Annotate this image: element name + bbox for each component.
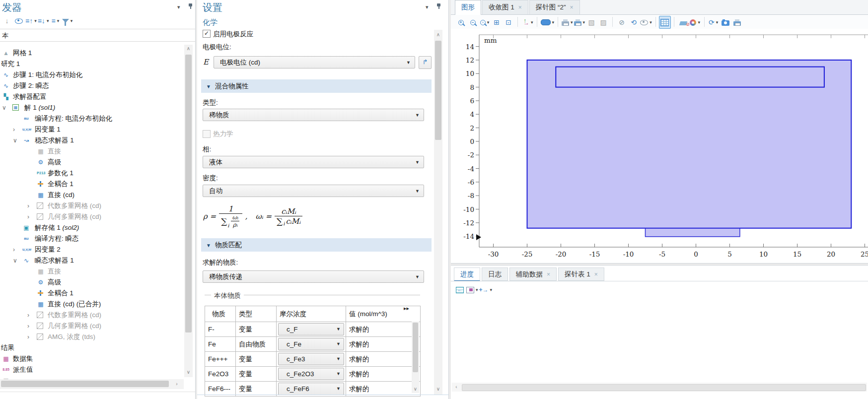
reset-hiding-button[interactable]: ⟲ [628, 16, 640, 29]
scene-appearance-button[interactable]: ▾ [540, 16, 555, 29]
show-grid-button[interactable] [659, 16, 671, 29]
tree-item-研究 1[interactable]: 研究 1 [0, 59, 183, 69]
tree-item-瞬态求解器 1[interactable]: ∨∿瞬态求解器 1 [0, 255, 183, 266]
tree-item-编译方程: 瞬态[interactable]: au编译方程: 瞬态 [0, 233, 183, 244]
zoom-selected-button[interactable]: ⊡ [503, 16, 514, 29]
expander-open-icon[interactable]: ∨ [2, 102, 6, 113]
print-preview-button[interactable]: ▾ [561, 16, 574, 29]
dropdown-caret-icon[interactable]: ▾ [698, 20, 700, 25]
tree-vertical-scrollbar[interactable]: ∧ ∨ [184, 45, 193, 377]
dropdown-caret-icon[interactable]: ▾ [650, 20, 652, 25]
table-pane-icon[interactable]: ▶▶ [404, 307, 409, 311]
snapshot-button[interactable] [720, 16, 731, 29]
concentration-select[interactable]: c_Fe▼ [278, 338, 344, 350]
print-button[interactable] [731, 16, 743, 29]
expander-closed-icon[interactable]: › [27, 321, 29, 332]
geometry-plot[interactable]: 14121086420-2-4-6-8-10-12-14-30-25-20-15… [451, 29, 868, 263]
dropdown-caret-icon[interactable]: ▾ [571, 20, 573, 25]
expander-closed-icon[interactable]: › [13, 244, 15, 255]
electrode-potential-select[interactable]: 电极电位 (cd) ▼ [214, 56, 415, 68]
dropdown-caret-icon[interactable]: ▾ [476, 287, 478, 292]
progress-horizontal-scrollbar[interactable]: ‹ [452, 383, 867, 392]
tab-探针图 “2”[interactable]: 探针图 “2”× [529, 0, 580, 14]
type-select[interactable]: 稀物质 ▼ [203, 109, 424, 121]
tab-图形[interactable]: 图形 [455, 0, 481, 15]
progress-window-button[interactable]: ▾ [466, 283, 479, 296]
zoom-in-button[interactable]: + [455, 16, 467, 29]
color-palette-button[interactable]: ▾ [689, 16, 701, 29]
tree-item-数据集[interactable]: ▦数据集 [0, 353, 183, 364]
tree-item-编译方程: 电流分布初始化[interactable]: au编译方程: 电流分布初始化 [0, 113, 183, 124]
expander-closed-icon[interactable]: › [27, 310, 29, 321]
tree-item-高级[interactable]: ⚙高级 [0, 157, 183, 168]
scroll-up-icon[interactable]: ∧ [434, 32, 442, 37]
tree-item-代数多重网格 (cd)[interactable]: ›代数多重网格 (cd) [0, 200, 183, 211]
tree-item-几何多重网格 (cd)[interactable]: ›几何多重网格 (cd) [0, 321, 183, 332]
close-icon[interactable]: × [570, 4, 574, 11]
section-mixture-properties[interactable]: ▼混合物属性 [201, 79, 432, 93]
scroll-down-icon[interactable]: ∨ [184, 369, 193, 375]
electrolyte-domain[interactable] [527, 60, 852, 228]
hide-selected-button[interactable]: ⊘ [616, 16, 628, 29]
tree-item-结果[interactable]: 结果 [0, 342, 183, 353]
zoom-box-button[interactable]: ▫▾ [479, 16, 491, 29]
tab-收敛图 1[interactable]: 收敛图 1× [482, 0, 528, 14]
enable-electrode-reaction-checkbox[interactable]: ✓ [203, 30, 211, 38]
dropdown-caret-icon[interactable]: ▾ [552, 20, 555, 25]
progress-table-button[interactable] [454, 283, 466, 296]
expander-closed-icon[interactable]: › [13, 124, 15, 135]
scroll-left-icon[interactable]: ‹ [453, 384, 460, 390]
go-to-source-button[interactable]: ↱ [419, 56, 432, 69]
scrollbar-thumb[interactable] [185, 55, 192, 332]
scrollbar-thumb[interactable] [435, 41, 441, 140]
panel-menu-caret-icon[interactable]: ▾ [426, 4, 429, 10]
scroll-down-icon[interactable]: ∨ [434, 386, 442, 392]
settings-vertical-scrollbar[interactable]: ∧ ∨ [434, 30, 442, 395]
tree-item-直接 (cd) (已合并)[interactable]: ▦直接 (cd) (已合并) [0, 299, 183, 310]
close-icon[interactable]: × [547, 271, 550, 278]
concentration-select[interactable]: c_FeF6▼ [278, 383, 344, 395]
tree-item-全耦合 1[interactable]: 全耦合 1 [0, 179, 183, 190]
expander-closed-icon[interactable]: › [27, 200, 29, 211]
zoom-extents-button[interactable]: ⊞ [491, 16, 503, 29]
dropdown-caret-icon[interactable]: ▾ [531, 20, 533, 25]
tree-item-直接[interactable]: ▦直接 [0, 146, 183, 157]
zoom-out-button[interactable]: − [467, 16, 479, 29]
tab-探针表 1[interactable]: 探针表 1× [558, 267, 604, 281]
table-vertical-scrollbar[interactable]: ∨ [412, 322, 419, 393]
tree-item-直接[interactable]: ▦直接 [0, 266, 183, 277]
tab-进度[interactable]: 进度 [454, 267, 480, 281]
scroll-up-icon[interactable]: ∧ [184, 46, 193, 51]
dropdown-caret-icon[interactable]: ▾ [583, 20, 585, 25]
pin-icon[interactable] [436, 3, 441, 9]
tree-item-求解器配置[interactable]: ▚求解器配置 [0, 91, 183, 102]
tree-item-步骤 2: 瞬态[interactable]: ∿步骤 2: 瞬态 [0, 80, 183, 91]
view-visibility-button[interactable]: ▾ [640, 16, 652, 29]
tree-item-直接 (cd)[interactable]: ▦直接 (cd) [0, 190, 183, 200]
solved-species-select[interactable]: 稀物质传递 ▼ [203, 270, 424, 283]
tree-item-几何多重网格 (cd)[interactable]: ›几何多重网格 (cd) [0, 211, 183, 222]
tree-item-AMG, 浓度 (tds)[interactable]: ›AMG, 浓度 (tds) [0, 332, 183, 342]
tree-item-全耦合 1[interactable]: 全耦合 1 [0, 288, 183, 299]
tree-item-因变量 1[interactable]: ›u,v,w因变量 1 [0, 124, 183, 135]
lower-notch-domain[interactable] [646, 228, 740, 237]
erase-color-button[interactable] [677, 16, 689, 29]
expander-open-icon[interactable]: ∨ [13, 135, 17, 146]
close-icon[interactable]: × [518, 4, 522, 11]
dropdown-caret-icon[interactable]: ▾ [716, 20, 719, 25]
tree-item-派生值[interactable]: 8.85派生值 [0, 364, 183, 375]
tree-item-稳态求解器 1[interactable]: ∨↝稳态求解器 1 [0, 135, 183, 146]
deselect-box-button[interactable]: ▨ [597, 16, 609, 29]
tree-item-因变量 2[interactable]: ›u,v,w因变量 2 [0, 244, 183, 255]
expander-closed-icon[interactable]: › [27, 211, 29, 222]
tree-item-高级[interactable]: ⚙高级 [0, 277, 183, 288]
tree-item-步骤 1: 电流分布初始化[interactable]: ∿步骤 1: 电流分布初始化 [0, 69, 183, 80]
close-icon[interactable]: × [594, 271, 598, 278]
concentration-select[interactable]: c_Fe3▼ [278, 353, 344, 365]
dropdown-caret-icon[interactable]: ▾ [487, 20, 490, 25]
tab-日志[interactable]: 日志 [482, 267, 508, 281]
phase-select[interactable]: 液体 ▼ [203, 156, 424, 168]
tree-item-解 1[interactable]: ∨▦解 1 (sol1) [0, 102, 183, 113]
update-plot-button[interactable]: ⟳▾ [708, 16, 720, 29]
section-species-matching[interactable]: ▼物质匹配 [201, 238, 432, 252]
